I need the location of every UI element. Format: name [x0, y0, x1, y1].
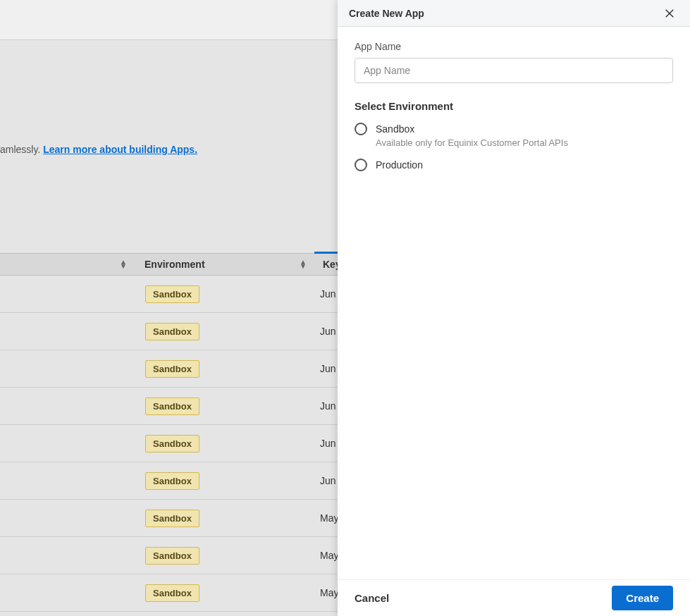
env-badge: Sandbox	[145, 435, 199, 452]
radio-icon	[355, 159, 367, 171]
sort-icon[interactable]: ▲▼	[300, 260, 307, 269]
env-badge: Sandbox	[145, 547, 199, 565]
modal-body: App Name Select Environment Sandbox Avai…	[338, 27, 690, 579]
learn-more-link[interactable]: Learn more about building Apps.	[43, 144, 197, 155]
radio-option-production[interactable]: Production	[355, 158, 673, 172]
app-name-label: App Name	[355, 41, 673, 52]
row-date: Jun	[320, 400, 336, 412]
modal-title: Create New App	[349, 8, 424, 19]
row-date: Jun	[320, 475, 336, 486]
row-date: May	[320, 550, 338, 561]
close-icon	[663, 7, 676, 20]
env-badge: Sandbox	[145, 360, 199, 378]
row-date: Jun	[320, 326, 336, 337]
radio-label-sandbox: Sandbox	[376, 122, 673, 136]
radio-text-container: Production	[376, 158, 673, 172]
env-badge: Sandbox	[145, 472, 199, 490]
row-date: Jun	[320, 363, 336, 374]
active-tab-indicator	[314, 252, 338, 254]
create-button[interactable]: Create	[612, 586, 673, 610]
env-badge: Sandbox	[145, 285, 199, 303]
create-app-modal: Create New App App Name Select Environme…	[338, 0, 690, 616]
radio-option-sandbox[interactable]: Sandbox Available only for Equinix Custo…	[355, 122, 673, 148]
radio-text-container: Sandbox Available only for Equinix Custo…	[376, 122, 673, 148]
radio-helper-sandbox: Available only for Equinix Customer Port…	[376, 137, 673, 148]
env-badge: Sandbox	[145, 323, 199, 340]
app-name-input[interactable]	[355, 58, 673, 83]
close-button[interactable]	[660, 4, 679, 23]
row-date: May	[320, 587, 338, 598]
radio-icon	[355, 123, 367, 135]
modal-footer: Cancel Create	[338, 579, 690, 616]
env-badge: Sandbox	[145, 510, 199, 527]
env-badge: Sandbox	[145, 398, 199, 415]
env-badge: Sandbox	[145, 584, 199, 602]
bg-desc-suffix: amlessly.	[0, 144, 43, 155]
select-environment-heading: Select Environment	[355, 100, 673, 112]
row-date: Jun	[320, 438, 336, 449]
radio-label-production: Production	[376, 158, 673, 172]
modal-header: Create New App	[338, 0, 690, 27]
bg-description-text: amlessly. Learn more about building Apps…	[0, 144, 197, 155]
row-date: Jun	[320, 288, 336, 300]
sort-icon[interactable]: ▲▼	[120, 260, 127, 269]
column-header-environment[interactable]: Environment	[144, 259, 205, 270]
cancel-button[interactable]: Cancel	[355, 586, 389, 610]
row-date: May	[320, 512, 338, 524]
